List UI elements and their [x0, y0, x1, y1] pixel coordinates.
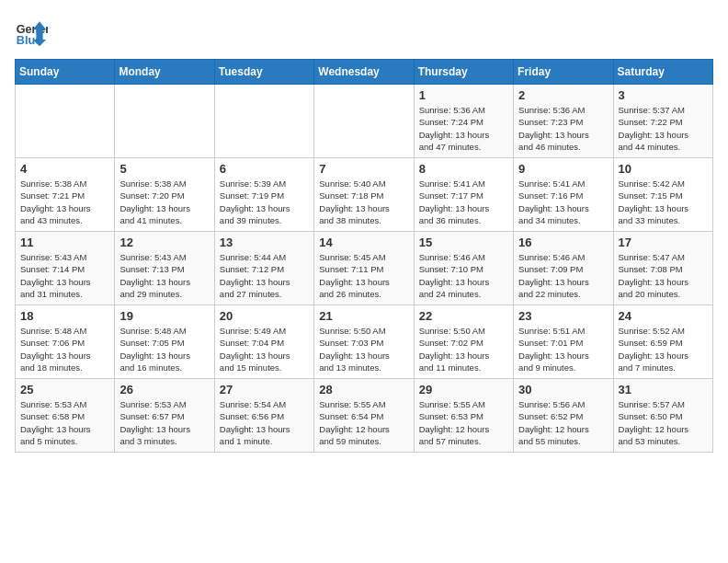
- calendar-cell: 29Sunrise: 5:55 AM Sunset: 6:53 PM Dayli…: [414, 379, 513, 453]
- day-info: Sunrise: 5:52 AM Sunset: 6:59 PM Dayligh…: [619, 325, 708, 373]
- day-number: 29: [419, 383, 508, 396]
- calendar-header: SundayMondayTuesdayWednesdayThursdayFrid…: [16, 60, 713, 85]
- day-number: 7: [319, 162, 408, 176]
- calendar-cell: 25Sunrise: 5:53 AM Sunset: 6:58 PM Dayli…: [16, 379, 115, 453]
- day-number: 18: [20, 309, 109, 323]
- day-info: Sunrise: 5:46 AM Sunset: 7:10 PM Dayligh…: [419, 251, 508, 300]
- day-info: Sunrise: 5:41 AM Sunset: 7:17 PM Dayligh…: [419, 178, 508, 226]
- day-info: Sunrise: 5:55 AM Sunset: 6:53 PM Dayligh…: [419, 398, 508, 447]
- day-info: Sunrise: 5:48 AM Sunset: 7:05 PM Dayligh…: [119, 325, 209, 373]
- calendar-cell: 26Sunrise: 5:53 AM Sunset: 6:57 PM Dayli…: [115, 379, 214, 453]
- calendar-cell: 22Sunrise: 5:50 AM Sunset: 7:02 PM Dayli…: [414, 305, 513, 379]
- day-number: 4: [20, 162, 109, 176]
- day-number: 16: [518, 236, 608, 249]
- calendar-week-row: 18Sunrise: 5:48 AM Sunset: 7:06 PM Dayli…: [16, 305, 713, 379]
- day-info: Sunrise: 5:47 AM Sunset: 7:08 PM Dayligh…: [619, 251, 708, 300]
- calendar-cell: 11Sunrise: 5:43 AM Sunset: 7:14 PM Dayli…: [16, 232, 115, 305]
- calendar-cell: 20Sunrise: 5:49 AM Sunset: 7:04 PM Dayli…: [214, 305, 313, 379]
- calendar-cell: 16Sunrise: 5:46 AM Sunset: 7:09 PM Dayli…: [514, 232, 613, 305]
- day-number: 30: [518, 383, 608, 396]
- day-info: Sunrise: 5:43 AM Sunset: 7:13 PM Dayligh…: [119, 251, 209, 300]
- calendar-week-row: 11Sunrise: 5:43 AM Sunset: 7:14 PM Dayli…: [16, 232, 713, 305]
- day-number: 19: [119, 309, 209, 323]
- day-info: Sunrise: 5:53 AM Sunset: 6:58 PM Dayligh…: [20, 398, 109, 447]
- day-number: 15: [419, 236, 508, 249]
- day-number: 10: [619, 162, 708, 176]
- day-number: 2: [518, 88, 608, 102]
- calendar-cell: 21Sunrise: 5:50 AM Sunset: 7:03 PM Dayli…: [314, 305, 414, 379]
- weekday-header: Friday: [514, 60, 613, 85]
- calendar-cell: 5Sunrise: 5:38 AM Sunset: 7:20 PM Daylig…: [115, 158, 214, 232]
- day-info: Sunrise: 5:40 AM Sunset: 7:18 PM Dayligh…: [319, 178, 408, 226]
- calendar-week-row: 1Sunrise: 5:36 AM Sunset: 7:24 PM Daylig…: [16, 85, 713, 158]
- day-info: Sunrise: 5:44 AM Sunset: 7:12 PM Dayligh…: [220, 251, 309, 300]
- calendar-cell: 31Sunrise: 5:57 AM Sunset: 6:50 PM Dayli…: [613, 379, 712, 453]
- day-number: 22: [419, 309, 508, 323]
- day-number: 11: [20, 236, 109, 249]
- day-number: 3: [619, 88, 708, 102]
- calendar-cell: 14Sunrise: 5:45 AM Sunset: 7:11 PM Dayli…: [314, 232, 414, 305]
- day-info: Sunrise: 5:36 AM Sunset: 7:23 PM Dayligh…: [518, 104, 608, 153]
- calendar-cell: 12Sunrise: 5:43 AM Sunset: 7:13 PM Dayli…: [115, 232, 214, 305]
- day-info: Sunrise: 5:45 AM Sunset: 7:11 PM Dayligh…: [319, 251, 408, 300]
- calendar-cell: 18Sunrise: 5:48 AM Sunset: 7:06 PM Dayli…: [16, 305, 115, 379]
- day-number: 31: [619, 383, 708, 396]
- calendar-cell: 27Sunrise: 5:54 AM Sunset: 6:56 PM Dayli…: [214, 379, 313, 453]
- day-info: Sunrise: 5:41 AM Sunset: 7:16 PM Dayligh…: [518, 178, 608, 226]
- calendar-cell: [214, 85, 313, 158]
- weekday-header: Wednesday: [314, 60, 414, 85]
- day-info: Sunrise: 5:46 AM Sunset: 7:09 PM Dayligh…: [518, 251, 608, 300]
- day-number: 17: [619, 236, 708, 249]
- calendar-cell: 8Sunrise: 5:41 AM Sunset: 7:17 PM Daylig…: [414, 158, 513, 232]
- day-number: 12: [119, 236, 209, 249]
- day-info: Sunrise: 5:42 AM Sunset: 7:15 PM Dayligh…: [619, 178, 708, 226]
- calendar-cell: 17Sunrise: 5:47 AM Sunset: 7:08 PM Dayli…: [613, 232, 712, 305]
- header: General Blue: [15, 15, 713, 48]
- weekday-header: Thursday: [414, 60, 513, 85]
- calendar-cell: 3Sunrise: 5:37 AM Sunset: 7:22 PM Daylig…: [613, 85, 712, 158]
- day-info: Sunrise: 5:38 AM Sunset: 7:20 PM Dayligh…: [119, 178, 209, 226]
- calendar-cell: 28Sunrise: 5:55 AM Sunset: 6:54 PM Dayli…: [314, 379, 414, 453]
- calendar-week-row: 4Sunrise: 5:38 AM Sunset: 7:21 PM Daylig…: [16, 158, 713, 232]
- calendar-cell: 24Sunrise: 5:52 AM Sunset: 6:59 PM Dayli…: [613, 305, 712, 379]
- day-number: 8: [419, 162, 508, 176]
- day-info: Sunrise: 5:50 AM Sunset: 7:02 PM Dayligh…: [419, 325, 508, 373]
- calendar-cell: 23Sunrise: 5:51 AM Sunset: 7:01 PM Dayli…: [514, 305, 613, 379]
- day-number: 24: [619, 309, 708, 323]
- calendar-cell: [16, 85, 115, 158]
- day-number: 1: [419, 88, 508, 102]
- logo: General Blue: [15, 15, 51, 48]
- weekday-row: SundayMondayTuesdayWednesdayThursdayFrid…: [16, 60, 713, 85]
- calendar-body: 1Sunrise: 5:36 AM Sunset: 7:24 PM Daylig…: [16, 85, 713, 453]
- day-number: 26: [119, 383, 209, 396]
- weekday-header: Sunday: [16, 60, 115, 85]
- calendar-cell: 6Sunrise: 5:39 AM Sunset: 7:19 PM Daylig…: [214, 158, 313, 232]
- day-info: Sunrise: 5:49 AM Sunset: 7:04 PM Dayligh…: [220, 325, 309, 373]
- day-info: Sunrise: 5:56 AM Sunset: 6:52 PM Dayligh…: [518, 398, 608, 447]
- calendar-table: SundayMondayTuesdayWednesdayThursdayFrid…: [15, 59, 713, 453]
- day-number: 21: [319, 309, 408, 323]
- day-info: Sunrise: 5:55 AM Sunset: 6:54 PM Dayligh…: [319, 398, 408, 447]
- weekday-header: Tuesday: [214, 60, 313, 85]
- logo-icon: General Blue: [15, 15, 48, 48]
- calendar-cell: 30Sunrise: 5:56 AM Sunset: 6:52 PM Dayli…: [514, 379, 613, 453]
- day-number: 9: [518, 162, 608, 176]
- day-number: 6: [220, 162, 309, 176]
- day-info: Sunrise: 5:48 AM Sunset: 7:06 PM Dayligh…: [20, 325, 109, 373]
- day-number: 23: [518, 309, 608, 323]
- day-number: 25: [20, 383, 109, 396]
- day-info: Sunrise: 5:36 AM Sunset: 7:24 PM Dayligh…: [419, 104, 508, 153]
- calendar-cell: 9Sunrise: 5:41 AM Sunset: 7:16 PM Daylig…: [514, 158, 613, 232]
- weekday-header: Monday: [115, 60, 214, 85]
- day-info: Sunrise: 5:50 AM Sunset: 7:03 PM Dayligh…: [319, 325, 408, 373]
- calendar-cell: [314, 85, 414, 158]
- day-info: Sunrise: 5:54 AM Sunset: 6:56 PM Dayligh…: [220, 398, 309, 447]
- day-info: Sunrise: 5:57 AM Sunset: 6:50 PM Dayligh…: [619, 398, 708, 447]
- day-number: 20: [220, 309, 309, 323]
- day-number: 28: [319, 383, 408, 396]
- calendar-cell: 2Sunrise: 5:36 AM Sunset: 7:23 PM Daylig…: [514, 85, 613, 158]
- calendar-cell: 15Sunrise: 5:46 AM Sunset: 7:10 PM Dayli…: [414, 232, 513, 305]
- calendar-cell: 4Sunrise: 5:38 AM Sunset: 7:21 PM Daylig…: [16, 158, 115, 232]
- day-number: 5: [119, 162, 209, 176]
- calendar-cell: 1Sunrise: 5:36 AM Sunset: 7:24 PM Daylig…: [414, 85, 513, 158]
